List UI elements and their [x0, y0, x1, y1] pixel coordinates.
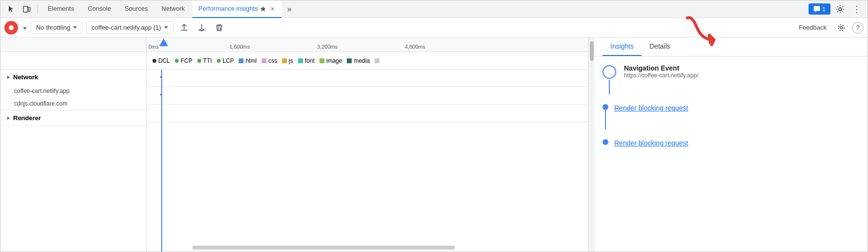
- legend-media: media: [347, 57, 370, 64]
- timeline-body[interactable]: [147, 70, 588, 252]
- center-timeline: 0ms 1,600ms 3,200ms 4,800ms: [147, 37, 588, 252]
- more-options-button[interactable]: ⋮: [850, 2, 864, 16]
- insight-1-timeline: [603, 104, 608, 129]
- svg-rect-2: [814, 6, 820, 11]
- time-1600ms: 1,600ms: [229, 44, 250, 50]
- sidebar-section-renderer: Renderer: [0, 110, 146, 126]
- sidebar-item-coffee-cart[interactable]: coffee-cart.netlify.app: [0, 85, 146, 97]
- timeline-connector-2: [605, 110, 606, 129]
- chat-button[interactable]: 1: [809, 3, 830, 15]
- legend-image: image: [320, 57, 342, 64]
- legend-fcp: FCP: [175, 57, 192, 64]
- tab-console[interactable]: Console: [82, 0, 117, 18]
- insight-item-1: Render blocking request: [603, 104, 860, 129]
- insight-1-link[interactable]: Render blocking request: [614, 104, 688, 112]
- insight-1-dot: [603, 104, 608, 110]
- tab-network[interactable]: Network: [156, 0, 191, 18]
- svg-marker-9: [7, 117, 10, 120]
- legend-lcp: LCP: [217, 57, 234, 64]
- profile-chevron: [164, 26, 168, 29]
- nav-event-timeline: [603, 64, 616, 94]
- divider: [38, 4, 38, 14]
- legend-js: js: [282, 57, 293, 64]
- download-button[interactable]: [195, 21, 208, 35]
- sidebar-item-cdnjs[interactable]: cdnjs.cloudflare.com: [0, 97, 146, 110]
- css-color: [262, 58, 266, 63]
- feedback-button[interactable]: Feedback: [795, 22, 830, 33]
- settings-button[interactable]: [833, 2, 847, 16]
- svg-point-6: [840, 26, 843, 29]
- right-content: Navigation Event https://coffee-cart.net…: [595, 56, 868, 252]
- nav-event-section: Navigation Event https://coffee-cart.net…: [603, 64, 860, 94]
- timeline-scrollbar[interactable]: [149, 246, 586, 250]
- network-section-header[interactable]: Network: [0, 70, 146, 85]
- font-color: [298, 58, 303, 63]
- nav-event-title: Navigation Event: [624, 64, 698, 72]
- record-dropdown-button[interactable]: [22, 24, 27, 31]
- svg-point-7: [838, 25, 844, 31]
- device-toolbar-button[interactable]: [20, 2, 34, 16]
- renderer-section-header[interactable]: Renderer: [0, 110, 146, 126]
- throttling-chevron: [73, 26, 77, 29]
- close-tab-button[interactable]: ×: [269, 5, 275, 13]
- tab-sources[interactable]: Sources: [119, 0, 154, 18]
- tab-details[interactable]: Details: [642, 37, 678, 56]
- settings-gear-button[interactable]: [834, 21, 848, 35]
- tab-insights[interactable]: Insights: [603, 37, 642, 56]
- cursor-triangle: [159, 38, 168, 47]
- main-area: Network coffee-cart.netlify.app cdnjs.cl…: [0, 37, 868, 252]
- renderer-row: [147, 105, 588, 122]
- throttling-dropdown[interactable]: No throttling: [31, 21, 82, 34]
- insight-2-link[interactable]: Render blocking request: [614, 139, 688, 147]
- network-expand-icon: [6, 75, 10, 79]
- media-color: [347, 58, 352, 63]
- time-ruler: 0ms 1,600ms 3,200ms 4,800ms: [147, 37, 588, 52]
- scrollbar-thumb: [192, 246, 455, 250]
- nav-event-url: https://coffee-cart.netlify.app/: [624, 72, 698, 79]
- timeline-connector-1: [609, 80, 610, 94]
- insight-item-2: Render blocking request: [603, 139, 860, 147]
- insight-2-content: Render blocking request: [614, 139, 688, 147]
- html-color: [239, 58, 244, 63]
- lcp-dot: [217, 59, 221, 63]
- performance-toolbar: No throttling coffee-cart.netlify.app (1…: [0, 18, 868, 37]
- fcp-dot: [175, 59, 179, 63]
- right-panel: Insights Details Navigation Event https:…: [595, 37, 868, 252]
- tab-bar-left: Elements Console Sources Network Perform…: [4, 0, 296, 18]
- legend-spacer: [0, 52, 146, 70]
- tab-performance-insights[interactable]: Performance insights ×: [192, 0, 281, 18]
- scrollbar-vertical-thumb: [590, 41, 594, 61]
- record-button[interactable]: [4, 21, 18, 35]
- upload-button[interactable]: [177, 21, 191, 35]
- time-0ms: 0ms: [149, 44, 159, 50]
- toolbar-right: Feedback ?: [795, 21, 864, 35]
- vertical-scrollbar[interactable]: [588, 37, 595, 252]
- tti-dot: [197, 59, 201, 63]
- renderer-expand-icon: [6, 116, 10, 120]
- svg-marker-8: [7, 76, 10, 79]
- more-tabs-button[interactable]: »: [283, 0, 296, 18]
- help-button[interactable]: ?: [852, 22, 864, 34]
- legend-bar: DCL FCP TTI LCP: [147, 52, 588, 70]
- time-4800ms: 4,800ms: [405, 44, 425, 50]
- tab-bar-right: 1 ⋮: [809, 2, 864, 16]
- ruler-spacer: [0, 37, 146, 52]
- renderer-label: Renderer: [13, 114, 41, 122]
- delete-button[interactable]: [212, 21, 226, 35]
- nav-event-text: Navigation Event https://coffee-cart.net…: [624, 64, 698, 79]
- tab-elements[interactable]: Elements: [42, 0, 80, 18]
- legend-dcl: DCL: [152, 57, 170, 64]
- insight-2-dot: [603, 139, 608, 145]
- svg-marker-10: [159, 38, 168, 46]
- svg-rect-0: [23, 6, 28, 12]
- profile-dropdown[interactable]: coffee-cart.netlify.app (1): [86, 21, 173, 34]
- js-color: [282, 58, 287, 63]
- sidebar-section-network: Network coffee-cart.netlify.app cdnjs.cl…: [0, 70, 146, 110]
- legend-html: html: [239, 57, 257, 64]
- legend-tti: TTI: [197, 57, 212, 64]
- tab-bar: Elements Console Sources Network Perform…: [0, 0, 868, 18]
- sidebar: Network coffee-cart.netlify.app cdnjs.cl…: [0, 37, 147, 252]
- cursor-tool-button[interactable]: [4, 2, 18, 16]
- timeline-cursor-line: [161, 70, 162, 252]
- nav-event-icon: [603, 65, 616, 79]
